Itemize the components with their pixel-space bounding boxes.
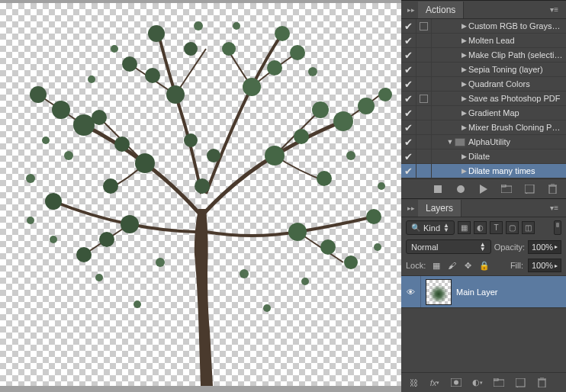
- layer-style-icon[interactable]: fx▾: [429, 377, 441, 389]
- opacity-field[interactable]: 100% ▸: [528, 240, 561, 254]
- filter-type-icon[interactable]: T: [490, 221, 503, 234]
- layer-row[interactable]: 👁 Main Layer: [401, 276, 566, 308]
- svg-rect-54: [434, 185, 442, 193]
- action-row[interactable]: ✔▼AlphaUtility: [401, 135, 566, 149]
- filter-toggle[interactable]: [554, 220, 561, 235]
- layer-filter-kind[interactable]: 🔍 Kind ▲▼: [406, 220, 455, 235]
- expander-right-icon[interactable]: ▶: [459, 22, 468, 30]
- fill-field[interactable]: 100% ▸: [528, 259, 561, 272]
- action-row[interactable]: ✔▶Gradient Map: [401, 106, 566, 120]
- svg-point-8: [121, 215, 139, 233]
- action-row[interactable]: ✔▶Custom RGB to Grayscale: [401, 19, 566, 34]
- svg-point-55: [457, 185, 465, 193]
- svg-point-43: [346, 151, 355, 160]
- svg-point-7: [378, 88, 392, 101]
- lock-position-icon[interactable]: ✥: [462, 260, 474, 272]
- lock-transparency-icon[interactable]: ▦: [430, 260, 442, 272]
- action-enabled-check[interactable]: ✔: [401, 135, 416, 149]
- action-row[interactable]: ✔▶Molten Lead: [401, 34, 566, 48]
- action-enabled-check[interactable]: ✔: [401, 48, 416, 62]
- link-layers-icon[interactable]: ⛓: [407, 377, 420, 389]
- action-dialog-toggle[interactable]: [416, 92, 432, 105]
- action-dialog-toggle[interactable]: [416, 63, 432, 76]
- action-enabled-check[interactable]: ✔: [401, 63, 416, 76]
- action-dialog-toggle[interactable]: [416, 135, 432, 149]
- blend-mode-select[interactable]: Normal ▲▼: [406, 239, 491, 254]
- action-enabled-check[interactable]: ✔: [401, 164, 416, 178]
- collapse-icon[interactable]: ▸▸: [404, 203, 418, 214]
- delete-layer-icon[interactable]: [535, 377, 548, 389]
- filter-shape-icon[interactable]: ▢: [506, 221, 519, 234]
- trash-icon[interactable]: [546, 183, 558, 195]
- panel-menu-icon[interactable]: ▾≡: [545, 202, 563, 214]
- svg-point-3: [92, 110, 107, 125]
- action-name: Sepia Toning (layer): [468, 65, 566, 74]
- layer-thumbnail[interactable]: [426, 279, 452, 305]
- action-row[interactable]: ✔▶Dilate: [401, 149, 566, 164]
- expander-right-icon[interactable]: ▶: [459, 51, 468, 59]
- filter-smart-icon[interactable]: ◫: [522, 221, 535, 234]
- svg-point-31: [317, 171, 332, 186]
- svg-point-18: [122, 56, 137, 72]
- action-name: Mixer Brush Cloning Pai…: [468, 123, 566, 132]
- expander-right-icon[interactable]: ▶: [459, 95, 468, 102]
- action-row[interactable]: ✔▶Dilate many times: [401, 164, 566, 178]
- action-enabled-check[interactable]: ✔: [401, 106, 416, 120]
- actions-list[interactable]: ✔▶Custom RGB to Grayscale✔▶Molten Lead✔▶…: [401, 19, 566, 178]
- layers-tab[interactable]: Layers: [418, 200, 461, 217]
- action-row[interactable]: ✔▶Mixer Brush Cloning Pai…: [401, 120, 566, 135]
- visibility-eye-icon[interactable]: 👁: [401, 276, 421, 307]
- action-dialog-toggle[interactable]: [416, 120, 432, 134]
- canvas-area[interactable]: [0, 0, 401, 392]
- play-icon[interactable]: [478, 183, 490, 195]
- new-folder-icon[interactable]: [500, 183, 513, 195]
- action-enabled-check[interactable]: ✔: [401, 120, 416, 134]
- filter-adjustment-icon[interactable]: ◐: [474, 221, 487, 234]
- action-dialog-toggle[interactable]: [416, 164, 432, 178]
- svg-point-5: [358, 98, 375, 114]
- layer-name[interactable]: Main Layer: [456, 288, 497, 297]
- expander-right-icon[interactable]: ▶: [459, 80, 468, 88]
- lock-pixels-icon[interactable]: 🖌: [446, 260, 458, 272]
- expander-right-icon[interactable]: ▶: [459, 37, 468, 44]
- new-action-icon[interactable]: [523, 183, 535, 195]
- new-layer-icon[interactable]: [514, 377, 526, 389]
- layer-list[interactable]: 👁 Main Layer: [401, 275, 566, 308]
- action-enabled-check[interactable]: ✔: [401, 92, 416, 105]
- lock-all-icon[interactable]: 🔒: [478, 260, 490, 272]
- action-row[interactable]: ✔▶Make Clip Path (selection): [401, 48, 566, 63]
- action-dialog-toggle[interactable]: [416, 48, 432, 62]
- action-dialog-toggle[interactable]: [416, 149, 432, 163]
- document-canvas[interactable]: [0, 3, 401, 386]
- panel-menu-icon[interactable]: ▾≡: [545, 4, 563, 15]
- action-enabled-check[interactable]: ✔: [401, 77, 416, 91]
- action-row[interactable]: ✔▶Quadrant Colors: [401, 77, 566, 92]
- layer-mask-icon[interactable]: [450, 377, 462, 389]
- action-dialog-toggle[interactable]: [416, 77, 432, 91]
- svg-point-51: [263, 304, 271, 312]
- action-dialog-toggle[interactable]: [416, 34, 432, 47]
- collapse-icon[interactable]: ▸▸: [404, 5, 418, 15]
- stop-icon[interactable]: [432, 183, 444, 195]
- action-enabled-check[interactable]: ✔: [401, 149, 416, 163]
- record-icon[interactable]: [455, 183, 467, 195]
- action-enabled-check[interactable]: ✔: [401, 34, 416, 47]
- action-dialog-toggle[interactable]: [416, 19, 432, 33]
- action-row[interactable]: ✔▶Save as Photoshop PDF: [401, 92, 566, 106]
- action-dialog-toggle[interactable]: [416, 106, 432, 120]
- layers-panel-header: ▸▸ Layers ▾≡: [401, 199, 566, 217]
- svg-point-45: [50, 236, 57, 243]
- expander-right-icon[interactable]: ▶: [459, 153, 468, 160]
- action-enabled-check[interactable]: ✔: [401, 19, 416, 33]
- new-group-icon[interactable]: [493, 377, 505, 389]
- expander-right-icon[interactable]: ▶: [459, 66, 468, 73]
- expander-right-icon[interactable]: ▶: [459, 109, 468, 117]
- svg-point-34: [184, 133, 198, 147]
- expander-right-icon[interactable]: ▶: [459, 124, 468, 131]
- filter-pixel-icon[interactable]: ▦: [458, 221, 471, 234]
- expander-right-icon[interactable]: ▶: [459, 167, 468, 175]
- expander-down-icon[interactable]: ▼: [445, 138, 455, 146]
- action-row[interactable]: ✔▶Sepia Toning (layer): [401, 63, 566, 77]
- actions-tab[interactable]: Actions: [418, 2, 464, 18]
- adjustment-layer-icon[interactable]: ◐▾: [471, 377, 484, 389]
